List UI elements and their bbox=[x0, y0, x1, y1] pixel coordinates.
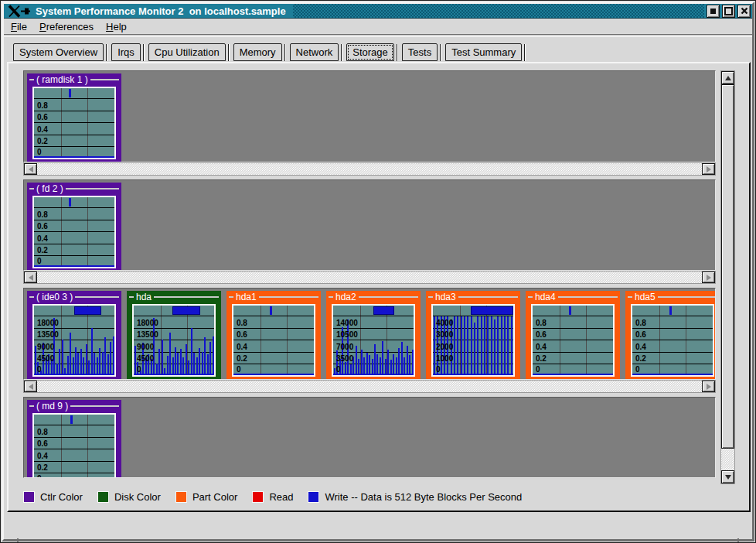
chart-title: hda bbox=[136, 292, 152, 302]
titlebar-stipple[interactable] bbox=[293, 4, 704, 18]
tab-irqs[interactable]: Irqs bbox=[111, 43, 141, 61]
legend-swatch bbox=[308, 491, 319, 503]
zero-baseline bbox=[34, 374, 114, 375]
close-button[interactable] bbox=[737, 5, 751, 18]
device-row-0: ( ramdisk 1 )0.80.60.40.20 bbox=[23, 70, 716, 162]
write-spike bbox=[199, 348, 200, 375]
y-axis-label: 0 bbox=[436, 365, 441, 374]
horizontal-gridline bbox=[34, 449, 114, 449]
scroll-right-button[interactable] bbox=[702, 381, 715, 392]
frame-line bbox=[29, 296, 34, 298]
horizontal-scrollbar[interactable] bbox=[23, 271, 716, 284]
plot-border: 0.80.60.40.20 bbox=[32, 87, 116, 159]
y-axis-label: 4500 bbox=[137, 354, 154, 363]
y-axis-label: 9000 bbox=[137, 343, 154, 351]
scroll-left-button[interactable] bbox=[24, 272, 37, 283]
tab-network[interactable]: Network bbox=[290, 43, 339, 61]
tab-divider bbox=[341, 44, 342, 61]
menu-preferences[interactable]: Preferences bbox=[36, 21, 97, 32]
horizontal-gridline bbox=[34, 244, 114, 244]
write-spike bbox=[86, 344, 87, 375]
plot-grid: 1400010500700035000 bbox=[333, 316, 414, 375]
menu-file[interactable]: File bbox=[7, 21, 31, 32]
plot-area: 0.80.60.40.20 bbox=[233, 306, 314, 375]
tab-memory[interactable]: Memory bbox=[233, 43, 282, 61]
horizontal-scrollbar[interactable] bbox=[23, 380, 716, 393]
horizontal-gridline bbox=[34, 135, 114, 135]
write-spike bbox=[186, 344, 187, 375]
y-axis-label: 0.2 bbox=[635, 354, 646, 363]
write-indicator-tick bbox=[69, 198, 71, 207]
plot-grid: 0.80.60.40.20 bbox=[632, 316, 713, 375]
plot-grid: 0.80.60.40.20 bbox=[233, 316, 314, 375]
tab-storage[interactable]: Storage bbox=[346, 43, 394, 61]
legend-swatch bbox=[97, 491, 109, 503]
horizontal-scrollbar[interactable] bbox=[23, 162, 716, 176]
right-arrow-icon bbox=[707, 166, 711, 172]
tab-tests[interactable]: Tests bbox=[402, 43, 438, 61]
frame-line bbox=[66, 188, 119, 190]
chart-hda3: hda340003000200010000 bbox=[426, 291, 520, 380]
chart-title: ( fd 2 ) bbox=[36, 183, 63, 194]
left-arrow-icon bbox=[29, 384, 33, 390]
vertical-scrollbar[interactable] bbox=[720, 70, 735, 484]
resize-corner-notch[interactable] bbox=[737, 538, 739, 542]
zero-baseline bbox=[333, 374, 414, 375]
write-spike bbox=[77, 353, 79, 375]
tab-cpu-utilization[interactable]: Cpu Utilization bbox=[148, 43, 226, 61]
write-spike bbox=[59, 349, 60, 375]
legend-label: Read bbox=[269, 491, 293, 503]
write-spike bbox=[401, 342, 403, 375]
tab-test-summary[interactable]: Test Summary bbox=[445, 43, 522, 61]
scroll-right-button[interactable] bbox=[702, 163, 715, 175]
write-spike bbox=[409, 355, 410, 375]
horizontal-gridline bbox=[233, 328, 314, 329]
vertical-scrollbar-thumb[interactable] bbox=[721, 84, 734, 449]
write-spike bbox=[376, 354, 378, 375]
legend-swatch bbox=[175, 491, 187, 503]
chart-hda1: hda10.80.60.40.20 bbox=[226, 291, 321, 380]
write-indicator-tick bbox=[70, 415, 73, 424]
plot-border: 0.80.60.40.20 bbox=[32, 196, 116, 268]
scroll-down-button[interactable] bbox=[721, 470, 734, 483]
horizontal-gridline bbox=[533, 364, 613, 364]
write-indicator-bar bbox=[373, 306, 394, 315]
horizontal-gridline bbox=[333, 340, 414, 340]
horizontal-gridline bbox=[632, 352, 713, 353]
y-axis-label: 0.8 bbox=[237, 319, 247, 327]
legend-label: Disk Color bbox=[114, 491, 161, 503]
y-axis-label: 0 bbox=[37, 148, 42, 156]
scroll-left-button[interactable] bbox=[24, 163, 37, 175]
horizontal-gridline bbox=[34, 231, 114, 232]
frame-line bbox=[229, 296, 233, 298]
titlebar[interactable]: System Performance Monitor 2 on localhos… bbox=[4, 4, 752, 19]
scroll-left-button[interactable] bbox=[24, 381, 37, 392]
y-axis-label: 0 bbox=[137, 365, 141, 374]
tab-system-overview[interactable]: System Overview bbox=[13, 43, 104, 61]
resize-corner-notch[interactable] bbox=[17, 538, 19, 542]
plot-area: 0.80.60.40.20 bbox=[34, 415, 114, 478]
maximize-button[interactable] bbox=[722, 5, 735, 18]
minimize-icon bbox=[710, 9, 716, 14]
chart-hda: hda1800013500900045000 bbox=[127, 291, 221, 380]
scroll-right-button[interactable] bbox=[702, 272, 715, 283]
write-spike bbox=[398, 348, 400, 375]
plot-grid: 1800013500900045000 bbox=[34, 316, 114, 375]
minimize-button[interactable] bbox=[707, 5, 720, 18]
write-spike bbox=[404, 357, 405, 375]
scroll-up-button[interactable] bbox=[721, 71, 734, 84]
y-axis-label: 0.4 bbox=[536, 343, 547, 351]
chart-title-row: hda4 bbox=[526, 291, 620, 303]
write-spike bbox=[511, 316, 513, 375]
left-arrow-icon bbox=[29, 275, 33, 281]
horizontal-gridline bbox=[533, 352, 613, 353]
horizontal-gridline bbox=[233, 364, 314, 364]
y-axis-label: 4500 bbox=[37, 354, 54, 363]
y-axis-label: 3000 bbox=[436, 330, 453, 339]
y-axis-label: 0 bbox=[536, 365, 540, 374]
y-axis-label: 2000 bbox=[436, 343, 453, 351]
frame-line bbox=[528, 296, 533, 298]
menu-help[interactable]: Help bbox=[102, 21, 131, 32]
horizontal-gridline bbox=[134, 340, 214, 340]
horizontal-gridline bbox=[34, 437, 114, 438]
